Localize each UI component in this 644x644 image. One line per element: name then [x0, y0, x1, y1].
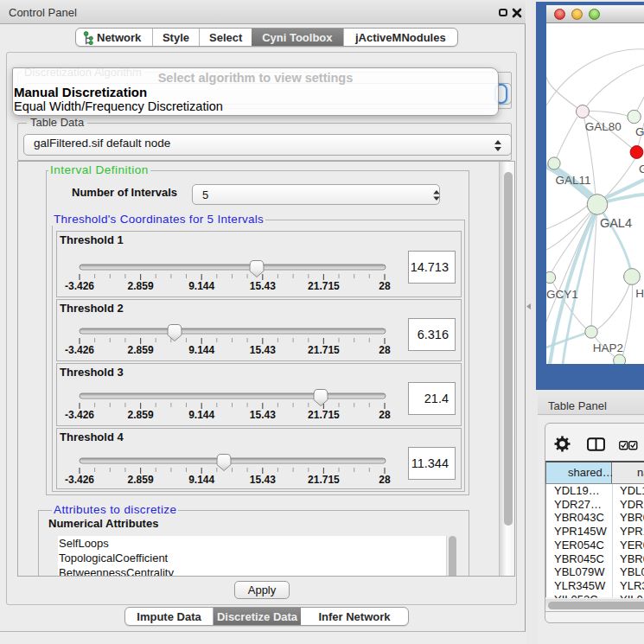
svg-text:21.715: 21.715: [308, 344, 340, 356]
svg-text:21.715: 21.715: [308, 409, 340, 421]
svg-text:2.859: 2.859: [128, 280, 154, 292]
svg-text:-3.426: -3.426: [65, 409, 94, 421]
svg-text:9.144: 9.144: [188, 344, 214, 356]
svg-text:GAL4: GAL4: [600, 216, 632, 230]
svg-text:GAL11: GAL11: [555, 174, 590, 187]
svg-text:-3.426: -3.426: [65, 474, 94, 486]
svg-text:GAL80: GAL80: [585, 120, 622, 133]
svg-text:28: 28: [379, 280, 391, 292]
svg-text:HIS7: HIS7: [635, 287, 644, 300]
svg-text:2.859: 2.859: [128, 409, 154, 421]
svg-text:15.43: 15.43: [250, 409, 276, 421]
svg-text:15.43: 15.43: [250, 344, 276, 356]
svg-text:9.144: 9.144: [188, 409, 214, 421]
svg-text:21.715: 21.715: [308, 474, 340, 486]
svg-text:9.144: 9.144: [188, 280, 214, 292]
svg-text:28: 28: [379, 409, 391, 421]
svg-text:HAP2: HAP2: [593, 341, 623, 354]
svg-text:28: 28: [379, 344, 391, 356]
svg-text:15.43: 15.43: [250, 280, 276, 292]
svg-text:21.715: 21.715: [308, 280, 340, 292]
svg-text:GCY1: GCY1: [546, 288, 578, 301]
svg-text:2.859: 2.859: [128, 344, 154, 356]
svg-text:-3.426: -3.426: [65, 280, 94, 292]
svg-text:2.859: 2.859: [128, 474, 154, 486]
svg-text:G: G: [639, 163, 644, 175]
svg-text:-3.426: -3.426: [65, 344, 94, 356]
svg-text:9.144: 9.144: [188, 474, 214, 486]
svg-text:28: 28: [379, 474, 391, 486]
svg-text:15.43: 15.43: [250, 474, 276, 486]
svg-text:GAL2: GAL2: [635, 125, 644, 138]
